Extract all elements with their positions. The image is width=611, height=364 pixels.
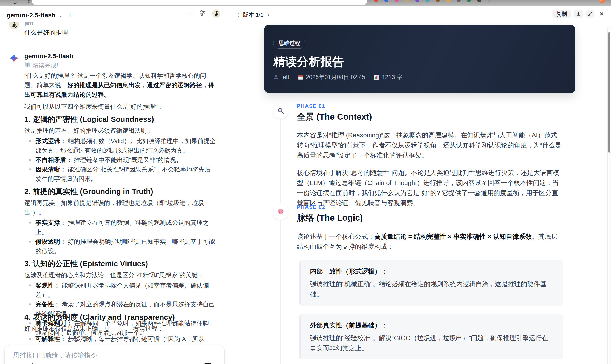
- section-heading: 3. 认知的公正性 (Epistemic Virtues): [24, 259, 216, 268]
- thinking-process-badge: 思维过程: [273, 38, 306, 49]
- dimension-card-body: 强调推理的“经验校准”。解决“GIGO（垃圾进，垃圾出）”问题，确保推理引擎运行…: [310, 333, 554, 353]
- new-chat-button[interactable]: +: [68, 11, 72, 19]
- extension-icon[interactable]: [395, 0, 398, 2]
- section-heading: 1. 逻辑的严密性 (Logical Soundness): [24, 115, 216, 124]
- bullet-list: 事实支撑： 推理建立在可靠的数据、准确的观测或公认的真理之上。 假设透明： 好的…: [24, 218, 216, 256]
- calendar-icon: 17: [298, 74, 303, 80]
- assistant-message-body: “什么是好的推理？”这是一个涉及逻辑学、认知科学和哲学核心的问题。简单来说，好的…: [24, 71, 216, 337]
- user-avatar[interactable]: [212, 10, 220, 18]
- magnifier-icon: [274, 104, 288, 118]
- extension-icon[interactable]: [385, 0, 388, 2]
- section-lead: 逻辑再完美，如果前提是错误的，推理也是垃圾（即“垃圾进，垃圾出”）。: [24, 198, 216, 217]
- more-menu-icon[interactable]: ⋯: [186, 10, 193, 17]
- close-icon[interactable]: ✕: [598, 11, 606, 18]
- arrow-down-icon: ↓: [113, 325, 116, 332]
- next-version-button[interactable]: 〉: [267, 12, 272, 18]
- scroll-to-bottom-button[interactable]: ↓: [108, 323, 120, 334]
- dimension-card: 内部一致性（形式逻辑）： 强调推理的“机械正确”。结论必须在给定的规则系统内逻辑…: [299, 260, 563, 306]
- dimension-card-body: 强调推理的“机械正确”。结论必须在给定的规则系统内逻辑自洽，这是推理的硬件基础。: [310, 279, 554, 299]
- download-icon: [576, 11, 581, 17]
- phase-title: 全景 (The Context): [297, 111, 563, 123]
- timeline-connector: [280, 119, 281, 203]
- date-meta: 17 2026年01月08日 02:45: [298, 73, 365, 81]
- formula-paragraph: 该论述基于一个核心公式：高质量结论 = 结构完整性 × 事实准确性 × 认知自律…: [297, 231, 563, 252]
- assistant-status: 精读完成!: [24, 62, 58, 70]
- browser-profile-avatar[interactable]: [598, 0, 605, 3]
- section-heading: 4. 表达的透明度 (Clarity and Transparency): [24, 313, 216, 322]
- list-item: 因果清晰： 能准确区分“相关性”和“因果关系”，不会轻率地将先后发生的事情归为因…: [24, 165, 216, 183]
- extension-icon[interactable]: [446, 0, 450, 2]
- list-item: 事实支撑： 推理建立在可靠的数据、准确的观测或公认的真理之上。: [24, 218, 216, 237]
- extension-icon[interactable]: [374, 0, 378, 2]
- dimension-card-title: 外部真实性（前提基础）：: [310, 321, 554, 330]
- artifact-toolbar: 〈 版本 1/1 〉 复制 ✕: [229, 6, 611, 23]
- composer-placeholder[interactable]: 思维接口已就绪，请传输指令。: [13, 351, 103, 360]
- assistant-message-name: gemini-2.5-flash: [24, 52, 73, 60]
- list-item: 不自相矛盾： 推理链条中不能出现“既是又非”的情况。: [24, 155, 216, 165]
- extension-icon[interactable]: [467, 0, 471, 2]
- chat-panel: gemini-2.5-flash ⌄ + ⋯: [0, 6, 229, 364]
- gemini-star-icon: [9, 53, 19, 64]
- extension-icon[interactable]: [477, 0, 481, 2]
- section-lead: 好的推理不仅仅是结果正确，更要看清过程：: [24, 324, 216, 333]
- settings-sliders-icon[interactable]: [199, 10, 206, 18]
- phase-label: PHASE 02: [297, 204, 563, 210]
- brain-icon: [274, 205, 288, 219]
- extension-icon[interactable]: [415, 0, 419, 2]
- chevron-down-icon[interactable]: ⌄: [58, 12, 63, 18]
- expand-button[interactable]: [586, 10, 595, 18]
- phase-1-section: PHASE 01 全景 (The Context) 本内容是对“推理 (Reas…: [297, 103, 563, 208]
- scrollbar[interactable]: [607, 27, 611, 364]
- app-window: gemini-2.5-flash ⌄ + ⋯: [0, 6, 611, 364]
- list-item: 假设透明： 好的推理会明确指明哪些是已知事实，哪些是基于可能的假设。: [24, 237, 216, 256]
- version-label: 版本 1/1: [243, 11, 263, 19]
- skills-diamond-icon[interactable]: [29, 363, 36, 364]
- page: ◡ 88 gemini-2.5-flash ⌄ + ⋯: [0, 0, 611, 364]
- browser-reload-icon[interactable]: ◡: [13, 0, 17, 4]
- section-heading: 2. 前提的真实性 (Grounding in Truth): [24, 187, 216, 196]
- assistant-status-text: 精读完成!: [32, 62, 58, 70]
- voice-input-button[interactable]: [201, 363, 215, 364]
- section-lead: 这涉及推理者的心态和方法论，也是区分“杠精”和“思想家”的关键：: [24, 270, 216, 280]
- artifact-panel: 〈 版本 1/1 〉 复制 ✕: [229, 6, 611, 364]
- prev-version-button[interactable]: 〈: [234, 12, 239, 18]
- bullet-list: 形式逻辑： 结构必须有效（Valid）。比如演绎推理中，如果前提全部为真，那么通…: [24, 136, 216, 183]
- browser-chrome: ◡ 88: [0, 0, 611, 6]
- intro-paragraph: “什么是好的推理？”这是一个涉及逻辑学、认知科学和哲学核心的问题。简单来说，好的…: [24, 71, 216, 99]
- report-title: 精读分析报告: [273, 54, 344, 70]
- extension-icon[interactable]: [457, 0, 461, 2]
- user-message-text: 什么是好的推理: [24, 28, 68, 37]
- model-selector[interactable]: gemini-2.5-flash: [6, 12, 55, 19]
- book-icon: [24, 62, 30, 69]
- extension-icon[interactable]: [488, 0, 491, 2]
- dimension-card: 外部真实性（前提基础）： 强调推理的“经验校准”。解决“GIGO（垃圾进，垃圾出…: [299, 314, 563, 360]
- section-lead: 这是推理的基石。好的推理必须遵循逻辑法则：: [24, 126, 216, 135]
- chat-header: gemini-2.5-flash ⌄ + ⋯: [0, 6, 229, 22]
- download-button[interactable]: [574, 10, 583, 18]
- phase-label: PHASE 01: [297, 103, 563, 109]
- browser-address-bar[interactable]: [32, 0, 367, 5]
- extension-icon[interactable]: [405, 0, 409, 2]
- lead-paragraph: 我们可以从以下四个维度来衡量什么是“好的推理”：: [24, 102, 216, 111]
- composer[interactable]: 思维接口已就绪，请传输指令。 +: [4, 345, 225, 364]
- word-count-meta: 1213 字: [374, 73, 402, 81]
- report-meta: jeff 17 2026年01月08日 02:45: [273, 73, 402, 81]
- copy-button[interactable]: 复制: [552, 10, 571, 18]
- list-item: 形式逻辑： 结构必须有效（Valid）。比如演绎推理中，如果前提全部为真，那么通…: [24, 136, 216, 155]
- phase-paragraph: 核心情境在于解决“思考的随意性”问题。不论是人类通过批判性思维进行决策，还是大语…: [297, 168, 563, 208]
- phase-title: 脉络 (The Logic): [297, 212, 563, 224]
- report-hero-card: 思维过程 精读分析报告 jeff 17: [264, 25, 575, 93]
- extension-icon[interactable]: [426, 0, 430, 2]
- phase-paragraph: 本内容是对“推理 (Reasoning)”这一抽象概念的高层建模。在知识爆炸与人…: [297, 130, 563, 160]
- list-item: 客观性： 能够识别并尽量排除个人偏见（如幸存者偏差、确认偏差）。: [24, 281, 216, 299]
- person-icon: [273, 74, 279, 80]
- expand-icon: [587, 11, 593, 17]
- author-meta: jeff: [273, 74, 289, 81]
- scrollbar-thumb[interactable]: [608, 32, 610, 153]
- phase-2-section: PHASE 02 脉络 (The Logic) 该论述基于一个核心公式：高质量结…: [297, 204, 563, 364]
- svg-text:17: 17: [299, 77, 302, 79]
- bar-chart-icon: [374, 74, 379, 80]
- timeline-connector: [280, 221, 281, 364]
- extension-icon[interactable]: [436, 0, 440, 2]
- dimension-card-title: 内部一致性（形式逻辑）：: [310, 267, 554, 276]
